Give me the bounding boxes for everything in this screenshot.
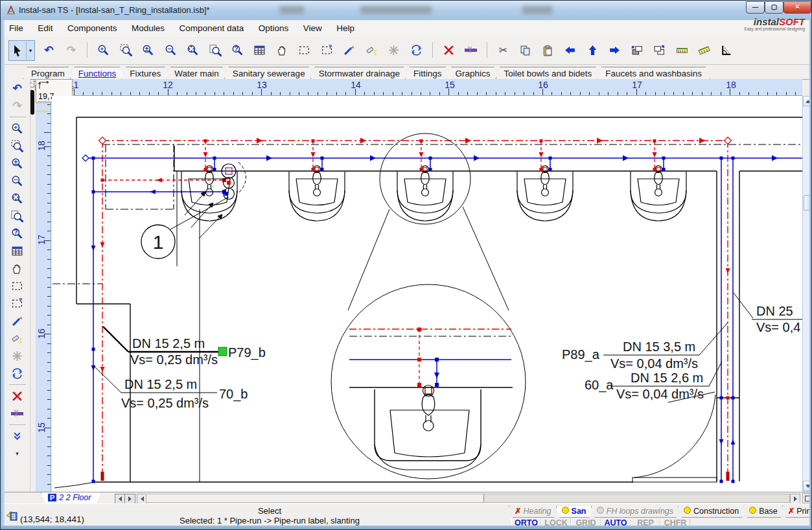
paste-icon[interactable] <box>539 41 557 59</box>
tab-graphics[interactable]: Graphics <box>447 67 498 79</box>
drawing-canvas[interactable]: .w{fill:none;stroke:#000;stroke-width:1.… <box>52 96 802 492</box>
zoom-in-icon[interactable]: + <box>95 41 113 59</box>
move-left-icon[interactable] <box>561 41 579 59</box>
measure-slant-icon[interactable] <box>695 41 713 59</box>
menu-edit[interactable]: Edit <box>32 20 58 33</box>
cut-pipe-run-icon[interactable]: ✂ <box>462 41 480 59</box>
copy-icon[interactable] <box>516 41 535 59</box>
horizontal-scrollbar[interactable] <box>146 494 790 503</box>
move-up-icon[interactable] <box>583 41 601 59</box>
tab-water-main[interactable]: Water main <box>166 67 227 79</box>
tab-functions[interactable]: Functions <box>70 67 125 79</box>
more-tools-icon[interactable] <box>6 428 29 444</box>
redo-button[interactable]: ↷ <box>62 41 80 59</box>
menu-file[interactable]: File <box>3 20 29 33</box>
zoom-query-icon[interactable]: ? <box>6 225 29 242</box>
draw-pipe-icon[interactable] <box>6 312 29 329</box>
maximize-button[interactable]: ▢ <box>765 1 783 14</box>
delete-icon[interactable] <box>6 387 29 404</box>
move-right-icon[interactable] <box>606 41 624 59</box>
select-rectangle-icon[interactable] <box>296 41 314 59</box>
draw-pipe-icon[interactable] <box>340 41 358 59</box>
title-bar[interactable]: Instal-san TS - [Instal-san_T_Ring_insta… <box>1 1 812 21</box>
zoom-out-icon[interactable]: − <box>161 41 180 59</box>
cold-water-pipes[interactable] <box>82 155 802 483</box>
zoom-sheet-icon[interactable] <box>6 207 29 224</box>
zoom-query-icon[interactable]: ? <box>229 41 247 59</box>
cut-pipe-run-icon[interactable]: ✂ <box>6 405 29 422</box>
tab-faucets[interactable]: Faucets and washbasins <box>597 67 710 79</box>
quick-connect-icon[interactable] <box>6 330 29 347</box>
zoom-extents-icon[interactable] <box>6 190 29 207</box>
quick-connect-icon[interactable] <box>362 41 380 59</box>
swap-direction-icon[interactable] <box>6 365 29 382</box>
svg-text:?: ? <box>234 45 238 52</box>
pipe-label-p79b-selected[interactable]: DN 15 2,5 m Vs= 0,25 dm³/s P79_b <box>103 327 266 367</box>
hscroll-right-button[interactable] <box>790 494 800 504</box>
app-icon <box>6 5 16 16</box>
selection-handle[interactable] <box>218 347 227 356</box>
layer-tab-printout[interactable]: ✗Printout <box>782 505 812 518</box>
sheet-tab-floor[interactable]: P2 2 Floor <box>41 492 101 504</box>
close-button[interactable]: ✕ <box>783 1 811 14</box>
component-table-icon[interactable] <box>251 41 269 59</box>
sheet-next-button[interactable] <box>124 494 135 504</box>
component-table-icon[interactable] <box>6 242 29 259</box>
select-rectangle-query-icon[interactable]: ? <box>318 41 336 59</box>
menu-component-data[interactable]: Component data <box>173 20 249 33</box>
select-rectangle-query-icon[interactable]: ? <box>6 295 29 312</box>
fixture-connection-cluster[interactable] <box>185 162 246 238</box>
washbasins[interactable] <box>181 139 686 221</box>
bring-to-front-icon[interactable] <box>651 41 669 59</box>
swap-direction-icon[interactable] <box>407 41 425 59</box>
pipe-label-dn25[interactable]: DN 25 Vs= 0,4 <box>734 293 802 334</box>
zoom-in-out-icon[interactable]: ± <box>6 155 29 172</box>
zoom-out-icon[interactable]: − <box>6 172 29 189</box>
zoom-in-icon[interactable]: + <box>6 120 29 137</box>
pointer-dropdown[interactable]: ▾ <box>26 41 34 60</box>
tab-fittings[interactable]: Fittings <box>405 67 450 79</box>
undo-button[interactable]: ↶ <box>40 41 58 59</box>
minimize-button[interactable]: — <box>746 1 765 14</box>
pan-hand-icon[interactable] <box>6 260 29 277</box>
zoom-window-icon[interactable] <box>117 41 135 59</box>
zoom-window-icon[interactable] <box>6 137 29 154</box>
send-to-back-icon[interactable] <box>628 41 646 59</box>
disconnect-icon[interactable] <box>6 347 29 364</box>
undo-button[interactable]: ↶ <box>6 80 29 97</box>
zoom-in-out-icon[interactable]: ± <box>139 41 157 59</box>
menu-view[interactable]: View <box>297 20 328 33</box>
pan-hand-icon[interactable] <box>273 41 291 59</box>
horizontal-scroll-thumb[interactable] <box>146 494 484 502</box>
zoom-sheet-icon[interactable] <box>206 41 224 59</box>
menu-bar: File Edit Components Modules Component d… <box>3 20 810 38</box>
tab-stormwater-drainage[interactable]: Stormwater drainage <box>310 67 408 79</box>
tab-program[interactable]: Program <box>23 67 73 79</box>
hot-water-pipes[interactable] <box>99 137 732 482</box>
expand-caret-icon[interactable]: ▾ <box>6 445 29 462</box>
delete-icon[interactable] <box>439 41 458 59</box>
menu-help[interactable]: Help <box>331 20 360 33</box>
pipe-label-70b[interactable]: DN 15 2,5 m Vs= 0,25 dm³/s 70_b <box>93 365 248 410</box>
bulb-dim-icon <box>597 507 604 514</box>
tab-fixtures[interactable]: Fixtures <box>121 67 169 79</box>
select-rectangle-icon[interactable] <box>6 277 29 294</box>
bulb-on-icon <box>562 507 569 514</box>
bulb-on-icon <box>684 507 691 514</box>
menu-options[interactable]: Options <box>253 20 295 33</box>
redo-button[interactable]: ↷ <box>6 97 29 114</box>
dock-drag-handle[interactable] <box>30 90 34 115</box>
menu-components[interactable]: Components <box>62 20 123 33</box>
measure-length-icon[interactable] <box>673 41 691 59</box>
zoom-extents-icon[interactable] <box>184 41 202 59</box>
tab-toilet-bowls[interactable]: Toilet bowls and bidets <box>496 67 601 79</box>
tab-sanitary-sewerage[interactable]: Sanitary sewerage <box>224 67 314 79</box>
data-panel-icon[interactable] <box>5 510 18 522</box>
layer-tab-base[interactable]: Base <box>743 506 785 518</box>
disconnect-icon[interactable] <box>385 41 403 59</box>
measure-angle-icon[interactable] <box>717 41 736 59</box>
select-pointer-button[interactable]: ▾ <box>8 40 35 61</box>
menu-modules[interactable]: Modules <box>126 20 170 33</box>
cut-icon[interactable]: ✂ <box>494 41 512 59</box>
pipe-label-p89a[interactable]: P89_a DN 15 3,5 m Vs= 0,04 dm³/s <box>562 323 728 371</box>
